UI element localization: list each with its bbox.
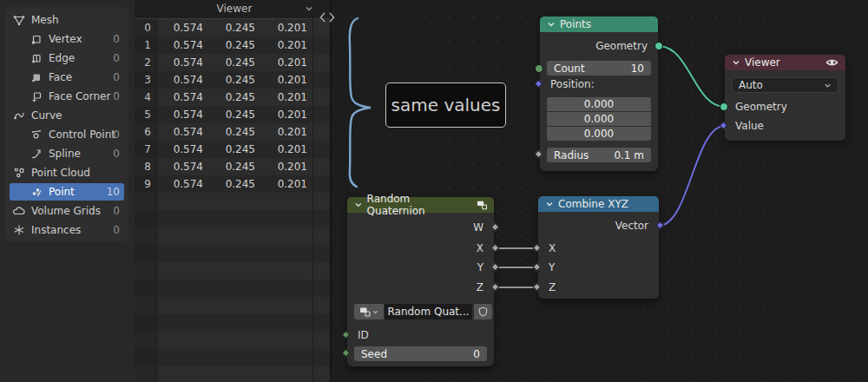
- combine-xyz-node-header[interactable]: Combine XYZ: [538, 196, 659, 212]
- chevron-down-icon[interactable]: [354, 201, 363, 209]
- chevron-down-icon[interactable]: [547, 20, 556, 29]
- socket-label: X: [477, 242, 483, 254]
- table-cell: 0.201: [260, 106, 307, 123]
- output-z: Z: [347, 278, 494, 297]
- row-index: 8: [135, 158, 151, 175]
- geometry-output-socket[interactable]: [654, 42, 663, 50]
- sidebar-item-face-corner[interactable]: Face Corner0: [5, 87, 128, 106]
- socket-label: Z: [477, 281, 483, 293]
- table-cell: 0.245: [208, 123, 255, 141]
- chevron-down-icon[interactable]: [732, 58, 740, 67]
- row-index: 9: [135, 175, 151, 193]
- output-vector: Vector: [538, 216, 659, 235]
- sidebar-item-point[interactable]: Point10: [5, 182, 128, 201]
- eye-icon[interactable]: [825, 57, 838, 68]
- wire-vector: [659, 126, 725, 226]
- table-cell: 0.245: [208, 54, 255, 71]
- node-random-quaternion[interactable]: Random Quaternion W X Y Z Random Quat...: [347, 197, 494, 366]
- socket-label: Value: [735, 120, 764, 132]
- node-viewer[interactable]: Viewer Auto Geometry Value: [725, 55, 845, 141]
- face-corner-icon: [30, 89, 43, 103]
- sidebar-item-label: Face: [49, 71, 72, 83]
- row-index: 4: [135, 89, 151, 106]
- sidebar-item-face[interactable]: Face0: [5, 68, 128, 87]
- datablock-name-field[interactable]: Random Quat...: [385, 304, 472, 319]
- random-quaternion-node-header[interactable]: Random Quaternion: [347, 197, 494, 213]
- table-cell: 0.245: [208, 36, 255, 54]
- dataset-tree-panel: MeshVertex0Edge0Face0Face Corner0CurveCo…: [5, 7, 128, 241]
- table-cell: 0.245: [208, 89, 255, 106]
- position-y-field[interactable]: 0.000: [547, 112, 651, 126]
- row-index: 7: [135, 141, 151, 158]
- table-cell: 0.574: [156, 123, 203, 141]
- socket-label: ID: [358, 329, 369, 341]
- table-cell: 0.245: [208, 175, 255, 193]
- seed-input-socket[interactable]: [342, 349, 351, 358]
- fake-user-shield-button[interactable]: [474, 304, 492, 319]
- socket-label: Vector: [615, 220, 648, 232]
- row-index: 3: [135, 71, 151, 89]
- column-divider: [312, 0, 313, 382]
- sidebar-item-edge[interactable]: Edge0: [5, 49, 128, 68]
- sidebar-item-label: Edge: [49, 52, 75, 64]
- socket-label: X: [549, 242, 556, 254]
- point-icon: [30, 185, 43, 199]
- node-combine-xyz[interactable]: Combine XYZ Vector X Y Z: [538, 196, 659, 299]
- input-value: Value: [725, 116, 845, 135]
- editor-corner-icon[interactable]: [318, 10, 337, 24]
- sidebar-item-volume-grids[interactable]: Volume Grids0: [5, 201, 128, 221]
- sidebar-item-curve[interactable]: Curve: [5, 106, 128, 125]
- sidebar-item-point-cloud[interactable]: Point Cloud: [5, 163, 128, 182]
- seed-slider[interactable]: Seed 0: [354, 346, 487, 361]
- node-tree-icon: [359, 306, 371, 317]
- geometry-nodes-editor: same values Points Geometry Count 10 Pos…: [330, 0, 868, 382]
- sidebar-item-spline[interactable]: Spline0: [5, 144, 128, 163]
- sidebar-item-label: Control Point: [49, 128, 115, 141]
- row-index: 6: [135, 123, 151, 141]
- table-cell: 0.574: [156, 141, 203, 158]
- row-index: 5: [135, 106, 151, 123]
- node-points[interactable]: Points Geometry Count 10 Position: 0.000…: [540, 16, 658, 171]
- field-label: Seed: [361, 348, 387, 360]
- geometry-input-socket[interactable]: [720, 102, 728, 111]
- table-cell: 0.574: [156, 89, 203, 106]
- row-index: 1: [135, 36, 151, 54]
- sidebar-item-mesh[interactable]: Mesh: [5, 10, 128, 30]
- sidebar-item-count: 10: [107, 186, 120, 198]
- curve-icon: [12, 109, 26, 122]
- vertex-icon: [30, 32, 43, 46]
- sidebar-item-label: Volume Grids: [31, 205, 101, 217]
- dropdown-value: Auto: [739, 79, 763, 91]
- sidebar-item-control-point[interactable]: Control Point0: [5, 125, 128, 144]
- shield-icon: [478, 306, 488, 317]
- radius-slider[interactable]: Radius 0.1 m: [547, 148, 651, 162]
- table-cell: 0.574: [156, 36, 203, 54]
- table-cell: 0.245: [208, 141, 255, 158]
- sidebar-item-instances[interactable]: Instances0: [5, 221, 128, 240]
- points-node-header[interactable]: Points: [540, 16, 658, 32]
- control-point-icon: [30, 128, 43, 142]
- sidebar-item-label: Mesh: [31, 14, 59, 26]
- viewer-node-header[interactable]: Viewer: [725, 55, 845, 70]
- sidebar-item-label: Point: [49, 186, 75, 198]
- data-type-dropdown[interactable]: Auto: [732, 77, 838, 93]
- sidebar-item-count: 0: [113, 33, 120, 45]
- datablock-type-button[interactable]: [354, 304, 384, 319]
- input-z: Z: [538, 278, 659, 297]
- radius-input-socket[interactable]: [535, 150, 543, 159]
- count-slider[interactable]: Count 10: [547, 61, 651, 76]
- annotation-frame[interactable]: same values: [385, 82, 506, 128]
- spline-icon: [30, 147, 43, 161]
- output-y: Y: [347, 258, 494, 277]
- sidebar-item-vertex[interactable]: Vertex0: [5, 30, 128, 49]
- position-z-field[interactable]: 0.000: [547, 127, 651, 141]
- chevron-down-icon[interactable]: [545, 200, 554, 208]
- position-x-field[interactable]: 0.000: [547, 97, 651, 111]
- socket-label: Geometry: [735, 101, 787, 113]
- count-input-socket[interactable]: [535, 64, 543, 73]
- table-cell: 0.245: [208, 158, 255, 175]
- field-value: 0: [473, 348, 480, 360]
- table-cell: 0.201: [260, 19, 307, 36]
- table-cell: 0.201: [260, 123, 307, 141]
- column-header-viewer[interactable]: Viewer: [156, 0, 312, 18]
